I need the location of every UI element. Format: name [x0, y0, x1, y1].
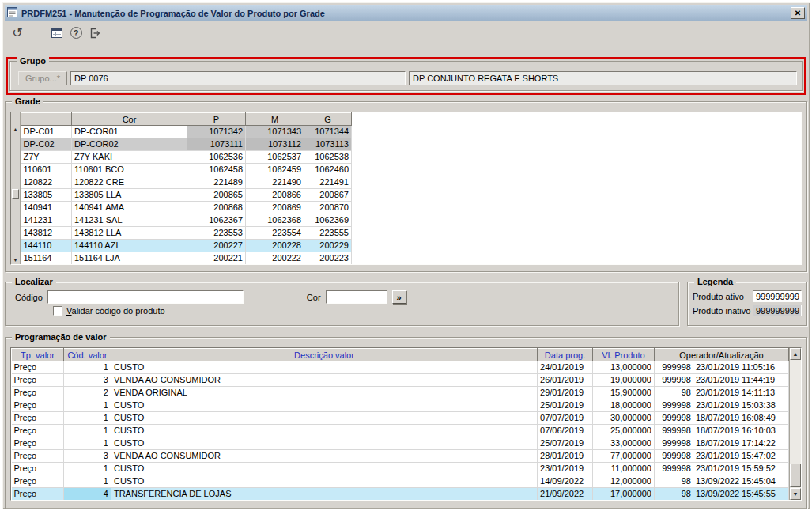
- calendar-icon: [51, 28, 62, 38]
- data-prog-cell: 07/06/2019: [538, 425, 593, 437]
- header-data-prog[interactable]: Data prog.: [538, 349, 593, 361]
- grade-grid: ▲ ▼ Cor P M G DP-C01: [10, 112, 802, 265]
- vl-produto-cell: 18,000000: [593, 399, 655, 412]
- cor-input[interactable]: [326, 290, 387, 304]
- close-button[interactable]: ✕: [791, 7, 805, 19]
- grupo-button[interactable]: Grupo...*: [18, 71, 67, 85]
- legenda-inativo-row: Produto inativo 999999999: [693, 305, 802, 316]
- grade-p-cell: 221489: [187, 176, 246, 189]
- grade-p-cell: 200227: [187, 240, 246, 252]
- grade-m-cell: 221490: [246, 176, 304, 189]
- tp-valor-cell: Preço: [12, 463, 64, 475]
- programacao-header-row: Tp. valor Cód. valor Descrição valor Dat…: [12, 349, 789, 361]
- header-cod-valor[interactable]: Cód. valor: [63, 349, 111, 361]
- programacao-row[interactable]: Preço 3 VENDA AO CONSUMIDOR 28/01/2019 7…: [12, 450, 789, 463]
- grade-row[interactable]: 140941 140941 AMA 200868 200869 200870: [21, 202, 352, 214]
- operador-value: 999998: [657, 437, 693, 449]
- programacao-row[interactable]: Preço 1 CUSTO 07/06/2019 25,000000 99999…: [12, 425, 789, 437]
- grade-code-cell: 110601: [21, 164, 72, 176]
- grade-row[interactable]: DP-C01 DP-COR01 1071342 1071343 1071344: [21, 126, 352, 138]
- atualizacao-value: 23/01/2019 15:47:02: [693, 451, 776, 460]
- exit-button[interactable]: [85, 24, 104, 42]
- grade-code-cell: 144110: [21, 240, 72, 252]
- grade-header-row: Cor P M G: [21, 113, 352, 126]
- programacao-row[interactable]: Preço 1 CUSTO 14/09/2022 12,000000 9813/…: [12, 475, 789, 488]
- programacao-row[interactable]: Preço 1 CUSTO 23/01/2019 11,000000 99999…: [12, 463, 789, 475]
- window-title: PRDFM251 - Manutenção de Programação de …: [21, 9, 787, 18]
- codigo-input[interactable]: [47, 290, 244, 304]
- grade-header-g[interactable]: G: [304, 113, 352, 126]
- programacao-row[interactable]: Preço 2 VENDA ORIGINAL 29/01/2019 15,900…: [12, 387, 789, 399]
- grade-code-cell: 140941: [21, 202, 72, 214]
- programacao-row[interactable]: Preço 4 TRANSFERENCIA DE LOJAS 21/09/202…: [12, 488, 789, 501]
- vl-produto-cell: 33,000000: [593, 437, 655, 450]
- grade-header-m[interactable]: M: [246, 113, 304, 126]
- operador-atualizacao-cell: 9813/09/2022 15:45:04: [654, 475, 788, 488]
- grade-row[interactable]: 133805 133805 LLA 200865 200866 200867: [21, 189, 352, 202]
- grade-cor-cell: 140941 AMA: [72, 202, 187, 214]
- help-button[interactable]: ?: [66, 24, 85, 42]
- header-tp-valor[interactable]: Tp. valor: [12, 349, 64, 361]
- grade-header-p[interactable]: P: [187, 113, 246, 126]
- cod-valor-cell: 1: [63, 361, 111, 374]
- descricao-valor-cell: CUSTO: [111, 475, 537, 488]
- grupo-description-field[interactable]: DP CONJUNTO REGATA E SHORTS: [409, 71, 797, 85]
- operador-value: 999998: [657, 450, 693, 462]
- programacao-row[interactable]: Preço 1 CUSTO 24/01/2019 13,000000 99999…: [12, 361, 789, 374]
- programacao-row[interactable]: Preço 1 CUSTO 25/07/2019 33,000000 99999…: [12, 437, 789, 450]
- toolbar: ↺ ?: [5, 21, 807, 43]
- grade-row[interactable]: 143812 143812 LLA 223553 223554 223555: [21, 227, 352, 240]
- scroll-up-icon[interactable]: ▲: [790, 348, 801, 360]
- grade-g-cell: 1062460: [304, 164, 352, 176]
- operador-atualizacao-cell: 99999823/01/2019 15:47:02: [654, 450, 788, 463]
- atualizacao-value: 18/07/2019 16:10:03: [693, 426, 776, 435]
- header-operador-atualizacao[interactable]: Operador/Atualização: [654, 349, 788, 361]
- grade-m-cell: 223554: [246, 227, 304, 240]
- vl-produto-cell: 13,000000: [593, 361, 655, 374]
- operador-atualizacao-cell: 99999818/07/2019 16:08:49: [654, 412, 788, 425]
- scroll-down-icon[interactable]: ▼: [790, 488, 801, 500]
- grade-row[interactable]: 120822 120822 CRE 221489 221490 221491: [21, 176, 352, 189]
- cod-valor-cell: 1: [63, 463, 111, 475]
- scroll-track[interactable]: [11, 134, 20, 256]
- header-vl-produto[interactable]: Vl. Produto: [593, 349, 655, 361]
- atualizacao-value: 13/09/2022 15:45:04: [693, 476, 776, 486]
- operador-atualizacao-cell: 9823/01/2019 14:11:13: [654, 387, 788, 399]
- undo-button[interactable]: ↺: [8, 24, 27, 42]
- operador-value: 999998: [657, 399, 693, 411]
- scroll-up-icon[interactable]: ▲: [13, 126, 18, 134]
- grade-row[interactable]: DP-C02 DP-COR02 1073111 1073112 1073113: [21, 138, 352, 151]
- header-descricao-valor[interactable]: Descrição valor: [111, 349, 537, 361]
- programacao-scrollbar[interactable]: ▲ ▼: [789, 348, 801, 500]
- operador-value: 98: [657, 488, 693, 500]
- grade-header-cor[interactable]: Cor: [72, 113, 187, 126]
- scroll-thumb[interactable]: [12, 189, 19, 199]
- operador-value: 999998: [657, 463, 693, 475]
- scroll-down-icon[interactable]: ▼: [13, 256, 18, 264]
- programacao-row[interactable]: Preço 3 VENDA AO CONSUMIDOR 26/01/2019 1…: [12, 374, 789, 387]
- grade-record-scrollbar[interactable]: ▲ ▼: [11, 112, 21, 264]
- grade-row[interactable]: 141231 141231 SAL 1062367 1062368 106236…: [21, 214, 352, 227]
- localizar-groupbox: Localizar Código Cor » Validar código do…: [5, 282, 679, 326]
- grade-row[interactable]: 110601 110601 BCO 1062458 1062459 106246…: [21, 164, 352, 176]
- grade-row[interactable]: Z7Y Z7Y KAKI 1062536 1062537 1062538: [21, 151, 352, 164]
- grade-groupbox-label: Grade: [12, 97, 43, 106]
- scroll-thumb[interactable]: [790, 464, 801, 487]
- validate-code-checkbox[interactable]: [53, 306, 62, 316]
- vl-produto-cell: 30,000000: [593, 412, 655, 425]
- programacao-row[interactable]: Preço 1 CUSTO 25/01/2019 18,000000 99999…: [12, 399, 789, 412]
- atualizacao-value: 23/01/2019 11:44:19: [693, 375, 775, 384]
- programacao-row[interactable]: Preço 1 CUSTO 07/07/2019 30,000000 99999…: [12, 412, 789, 425]
- search-color-button[interactable]: »: [392, 290, 406, 304]
- grade-row[interactable]: 144110 144110 AZL 200227 200228 200229: [21, 240, 352, 252]
- grupo-code-field[interactable]: DP 0076: [70, 71, 406, 85]
- scroll-track[interactable]: [790, 360, 801, 488]
- grade-cor-cell: 151164 LJA: [72, 252, 187, 265]
- calendar-button[interactable]: [47, 24, 66, 42]
- grade-p-cell: 200221: [187, 252, 246, 265]
- cod-valor-cell: 1: [63, 437, 111, 450]
- grade-p-cell: 1062458: [187, 164, 246, 176]
- grade-m-cell: 1071343: [246, 126, 304, 138]
- grupo-groupbox-label: Grupo: [17, 56, 49, 66]
- grade-row[interactable]: 151164 151164 LJA 200221 200222 200223: [21, 252, 352, 265]
